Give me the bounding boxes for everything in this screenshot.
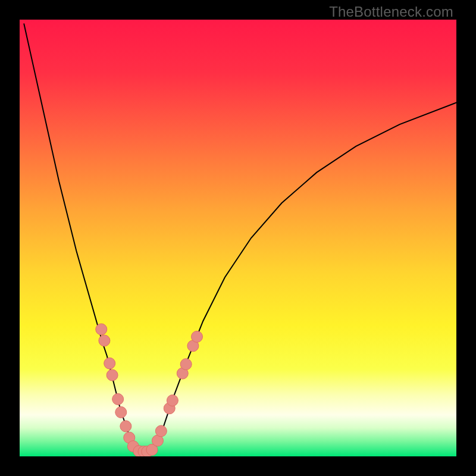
curve-right-branch bbox=[155, 102, 456, 447]
chart-frame: TheBottleneck.com bbox=[0, 0, 476, 476]
marker-point bbox=[192, 331, 203, 342]
watermark-text: TheBottleneck.com bbox=[329, 4, 453, 20]
plot-area bbox=[20, 20, 456, 456]
marker-point bbox=[115, 406, 127, 418]
marker-point bbox=[96, 324, 107, 335]
marker-point bbox=[180, 359, 192, 370]
marker-group bbox=[96, 324, 203, 456]
marker-point bbox=[155, 425, 167, 437]
marker-point bbox=[167, 395, 178, 406]
marker-point bbox=[112, 393, 124, 405]
marker-point bbox=[120, 421, 131, 432]
marker-point bbox=[99, 335, 110, 346]
curve-left-branch bbox=[24, 24, 133, 447]
marker-point bbox=[107, 369, 118, 381]
curve-layer bbox=[20, 20, 456, 456]
marker-point bbox=[104, 358, 115, 369]
